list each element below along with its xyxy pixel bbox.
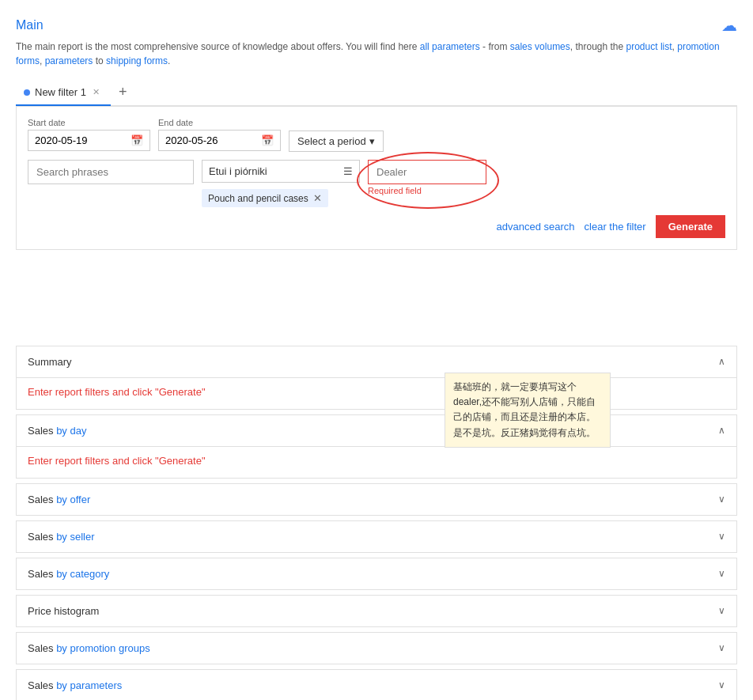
tab-close-icon[interactable]: ✕ (93, 87, 100, 97)
end-date-group: End date 📅 (158, 118, 281, 151)
action-row: advanced search clear the filter Generat… (28, 215, 725, 238)
report-sections: Summary ∧ Enter report filters and click… (16, 346, 737, 700)
add-filter-button[interactable]: + (111, 79, 135, 105)
end-date-input[interactable]: 📅 (158, 130, 281, 151)
section-sales-by-day-header[interactable]: Sales by day ∧ (17, 415, 736, 446)
category-tag: Pouch and pencil cases ✕ (202, 189, 328, 207)
section-sales-by-offer: Sales by offer ∨ (16, 483, 737, 516)
section-sales-by-seller-title: Sales by seller (28, 531, 95, 543)
chevron-up-icon-2: ∧ (718, 425, 725, 436)
section-price-histogram-header[interactable]: Price histogram ∨ (17, 596, 736, 626)
start-date-input[interactable]: 📅 (28, 130, 150, 151)
section-summary: Summary ∧ Enter report filters and click… (16, 346, 737, 410)
category-group: Etui i piórniki ☰ Pouch and pencil cases… (202, 160, 360, 207)
sales-by-day-body-text: Enter report filters and click "Generate… (28, 455, 725, 467)
period-select-label: Select a period (297, 135, 366, 147)
chevron-down-icon-5: ∨ (718, 568, 725, 579)
category-value: Etui i piórniki (209, 165, 267, 177)
dealer-error-message: Required field (368, 186, 486, 195)
section-sales-by-seller: Sales by seller ∨ (16, 520, 737, 553)
chevron-down-icon: ▾ (369, 135, 375, 147)
tag-remove-icon[interactable]: ✕ (313, 192, 322, 204)
dealer-group: Required field (368, 160, 486, 195)
start-date-group: Start date 📅 (28, 118, 150, 151)
section-sales-by-parameters-title: Sales by parameters (28, 679, 122, 691)
generate-button[interactable]: Generate (656, 215, 725, 238)
section-sales-by-parameters-header[interactable]: Sales by parameters ∨ (17, 670, 736, 700)
section-sales-by-day: Sales by day ∧ Enter report filters and … (16, 414, 737, 479)
chevron-down-icon-8: ∨ (718, 679, 725, 691)
date-row: Start date 📅 End date 📅 Select a period … (28, 118, 725, 152)
section-sales-by-category-header[interactable]: Sales by category ∨ (17, 558, 736, 589)
period-select[interactable]: Select a period ▾ (289, 131, 384, 152)
section-summary-header[interactable]: Summary ∧ (17, 346, 736, 377)
filter-panel: Start date 📅 End date 📅 Select a period … (16, 107, 737, 250)
chevron-down-icon-4: ∨ (718, 531, 725, 542)
filter-tab-1[interactable]: New filter 1 ✕ (16, 80, 111, 106)
summary-body-text: Enter report filters and click "Generate… (28, 386, 725, 398)
section-price-histogram-title: Price histogram (28, 605, 99, 617)
clear-filter-link[interactable]: clear the filter (585, 221, 646, 233)
filter-tabs: New filter 1 ✕ + (16, 79, 737, 107)
section-summary-body: Enter report filters and click "Generate… (17, 377, 736, 409)
section-sales-by-parameters: Sales by parameters ∨ (16, 669, 737, 700)
section-sales-by-offer-header[interactable]: Sales by offer ∨ (17, 484, 736, 515)
chevron-down-icon-7: ∨ (718, 642, 725, 653)
search-row: Etui i piórniki ☰ Pouch and pencil cases… (28, 160, 725, 207)
end-date-label: End date (158, 118, 281, 127)
section-sales-by-day-body: Enter report filters and click "Generate… (17, 446, 736, 478)
tag-label: Pouch and pencil cases (208, 193, 308, 204)
section-sales-by-offer-title: Sales by offer (28, 494, 90, 505)
section-sales-by-promotion-groups-title: Sales by promotion groups (28, 642, 150, 654)
chevron-up-icon: ∧ (718, 356, 725, 367)
start-date-label: Start date (28, 118, 150, 127)
section-sales-by-promotion-groups-header[interactable]: Sales by promotion groups ∨ (17, 633, 736, 664)
search-input[interactable] (28, 160, 194, 184)
section-price-histogram: Price histogram ∨ (16, 595, 737, 627)
section-sales-by-promotion-groups: Sales by promotion groups ∨ (16, 632, 737, 664)
dealer-input[interactable] (368, 160, 486, 184)
section-sales-by-day-title: Sales by day (28, 425, 86, 437)
start-date-field[interactable] (35, 134, 130, 146)
calendar-icon-end: 📅 (261, 134, 274, 146)
category-input[interactable]: Etui i piórniki ☰ (202, 160, 360, 183)
end-date-field[interactable] (165, 134, 260, 146)
section-sales-by-category-title: Sales by category (28, 568, 109, 580)
page-header: Main ☁ (16, 16, 737, 35)
filter-icon: ☰ (343, 165, 353, 177)
tab-dot (24, 89, 30, 96)
page-title: Main (16, 18, 44, 32)
section-sales-by-seller-header[interactable]: Sales by seller ∨ (17, 521, 736, 552)
chevron-down-icon-6: ∨ (718, 605, 725, 616)
cloud-icon: ☁ (721, 16, 737, 35)
calendar-icon: 📅 (131, 134, 143, 146)
advanced-search-link[interactable]: advanced search (497, 221, 575, 233)
section-summary-title: Summary (28, 356, 72, 368)
chevron-down-icon-3: ∨ (718, 494, 725, 505)
main-page: Main ☁ The main report is the most compr… (0, 0, 753, 700)
page-description: The main report is the most comprehensiv… (16, 40, 737, 68)
section-sales-by-category: Sales by category ∨ (16, 558, 737, 590)
filter-tab-label: New filter 1 (35, 86, 86, 98)
